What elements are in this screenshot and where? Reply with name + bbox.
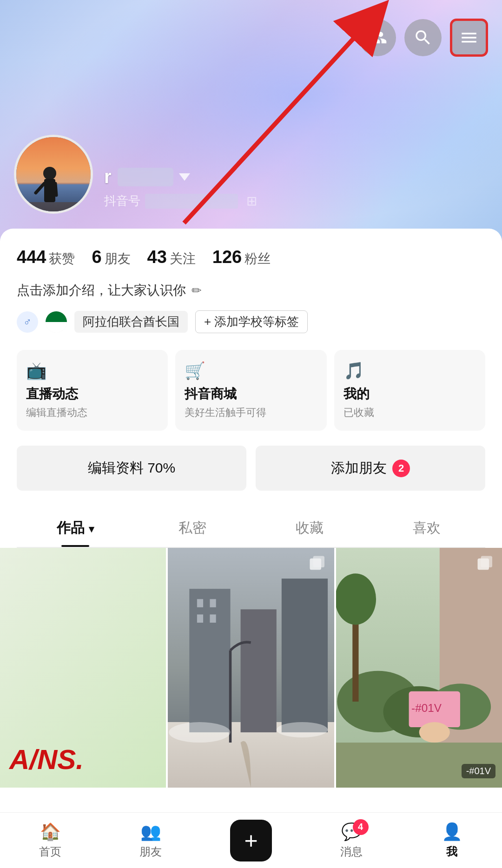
edit-profile-label: 编辑资料 70% xyxy=(88,459,175,478)
bio-text: 点击添加介绍，让大家认识你 xyxy=(17,282,186,299)
country-flag xyxy=(46,311,67,333)
stat-following-num: 43 xyxy=(147,247,167,267)
video-tag-3: -#01V xyxy=(462,764,495,778)
multi-video-icon-2 xyxy=(308,554,328,574)
live-icon: 📺 xyxy=(26,361,159,381)
nav-me[interactable]: 👤 我 xyxy=(402,822,502,859)
tab-private[interactable]: 私密 xyxy=(134,507,251,547)
contacts-button[interactable] xyxy=(359,19,396,56)
video-thumb-2[interactable] xyxy=(168,548,334,788)
friends-icon: 👥 xyxy=(140,822,161,842)
feature-shop-title: 抖音商城 xyxy=(185,385,317,403)
stat-likes-label: 获赞 xyxy=(49,250,75,268)
add-friend-badge: 2 xyxy=(392,460,410,477)
nav-plus-button[interactable]: + xyxy=(230,820,272,861)
gender-icon: ♂ xyxy=(17,311,38,333)
snow-scene-image xyxy=(168,548,334,788)
svg-rect-10 xyxy=(190,589,231,732)
svg-point-19 xyxy=(277,722,328,737)
feature-shop-sub: 美好生活触手可得 xyxy=(185,406,317,420)
search-icon xyxy=(413,28,433,47)
svg-line-6 xyxy=(55,184,56,195)
me-icon: 👤 xyxy=(442,822,462,842)
shop-icon: 🛒 xyxy=(185,361,317,381)
tab-favorites[interactable]: 收藏 xyxy=(251,507,368,547)
tabs-row: 作品 ▾ 私密 收藏 喜欢 xyxy=(17,507,485,548)
nav-messages[interactable]: 💬 4 消息 xyxy=(301,822,402,859)
feature-card-shop[interactable]: 🛒 抖音商城 美好生活触手可得 xyxy=(175,350,326,431)
menu-icon xyxy=(459,28,479,47)
nav-home-label: 首页 xyxy=(39,844,61,859)
stat-following-label: 关注 xyxy=(170,250,196,268)
stats-row: 444 获赞 6 朋友 43 关注 126 粉丝 xyxy=(17,247,485,268)
tab-works[interactable]: 作品 ▾ xyxy=(17,507,134,547)
stats-card: 444 获赞 6 朋友 43 关注 126 粉丝 点击添加介绍，让大家认识你 ✏… xyxy=(0,229,502,548)
stat-followers[interactable]: 126 粉丝 xyxy=(212,247,271,268)
svg-point-3 xyxy=(43,167,56,180)
tab-likes-label: 喜欢 xyxy=(413,520,441,535)
svg-rect-4 xyxy=(44,179,55,202)
bio-row[interactable]: 点击添加介绍，让大家认识你 ✏ xyxy=(17,282,485,299)
tags-row: ♂ 阿拉伯联合酋长国 + 添加学校等标签 xyxy=(17,310,485,333)
edit-bio-icon[interactable]: ✏ xyxy=(192,283,202,298)
contacts-icon xyxy=(368,28,387,47)
edit-profile-button[interactable]: 编辑资料 70% xyxy=(17,446,246,491)
feature-card-music[interactable]: 🎵 我的 已收藏 xyxy=(334,350,485,431)
video-grid: A/NS. xyxy=(0,548,502,788)
garden-scene-image: -#01V xyxy=(336,548,502,788)
avatar[interactable] xyxy=(14,135,93,214)
messages-badge: 4 xyxy=(353,819,369,835)
home-icon: 🏠 xyxy=(40,822,61,842)
music-icon: 🎵 xyxy=(343,361,476,381)
stat-likes[interactable]: 444 获赞 xyxy=(17,247,75,268)
feature-music-sub: 已收藏 xyxy=(343,406,476,420)
stat-followers-num: 126 xyxy=(212,247,242,267)
bottom-nav: 🏠 首页 👥 朋友 + 💬 4 消息 👤 我 xyxy=(0,812,502,868)
nav-messages-label: 消息 xyxy=(340,844,363,859)
action-buttons: 编辑资料 70% 添加朋友 2 xyxy=(17,446,485,491)
avatar-image xyxy=(16,137,91,211)
svg-rect-14 xyxy=(210,599,216,607)
svg-rect-12 xyxy=(282,579,328,732)
profile-banner: r 抖音号 ⊞ xyxy=(0,0,502,242)
feature-music-title: 我的 xyxy=(343,385,476,403)
qr-icon[interactable]: ⊞ xyxy=(246,193,257,209)
profile-section: r 抖音号 ⊞ xyxy=(14,135,257,214)
search-button[interactable] xyxy=(404,19,442,56)
feature-card-live[interactable]: 📺 直播动态 编辑直播动态 xyxy=(17,350,168,431)
nav-home[interactable]: 🏠 首页 xyxy=(0,822,100,859)
stat-following[interactable]: 43 关注 xyxy=(147,247,196,268)
tab-works-dropdown: ▾ xyxy=(89,523,94,535)
svg-rect-16 xyxy=(210,614,216,623)
tab-likes[interactable]: 喜欢 xyxy=(368,507,485,547)
video-thumb-1[interactable]: A/NS. xyxy=(0,548,166,788)
feature-live-sub: 编辑直播动态 xyxy=(26,406,159,420)
nav-plus[interactable]: + xyxy=(201,820,301,861)
add-friend-button[interactable]: 添加朋友 2 xyxy=(256,446,485,491)
svg-point-32 xyxy=(419,722,449,743)
add-friend-label: 添加朋友 xyxy=(331,459,387,478)
name-dropdown-arrow[interactable] xyxy=(179,173,190,181)
stat-friends-num: 6 xyxy=(92,247,101,267)
svg-rect-11 xyxy=(241,609,277,732)
stat-friends[interactable]: 6 朋友 xyxy=(92,247,130,268)
svg-rect-15 xyxy=(197,614,203,623)
feature-cards: 📺 直播动态 编辑直播动态 🛒 抖音商城 美好生活触手可得 🎵 我的 已收藏 xyxy=(17,350,485,431)
plus-icon: + xyxy=(244,829,258,852)
profile-id-blur xyxy=(145,194,238,209)
add-tag-button[interactable]: + 添加学校等标签 xyxy=(195,310,308,333)
tab-private-label: 私密 xyxy=(178,520,206,535)
menu-button[interactable] xyxy=(450,19,488,57)
nav-friends[interactable]: 👥 朋友 xyxy=(100,822,201,859)
profile-name-prefix: r xyxy=(104,166,112,187)
multi-video-icon-3 xyxy=(476,554,495,574)
top-icon-bar xyxy=(359,19,488,57)
feature-live-title: 直播动态 xyxy=(26,385,159,403)
video-thumb-3[interactable]: -#01V -#01V xyxy=(336,548,502,788)
svg-rect-21 xyxy=(313,556,324,568)
svg-rect-13 xyxy=(197,599,203,607)
country-tag: 阿拉伯联合酋长国 xyxy=(74,311,188,333)
svg-text:-#01V: -#01V xyxy=(411,702,442,714)
stat-likes-num: 444 xyxy=(17,247,46,267)
svg-rect-7 xyxy=(16,202,91,211)
